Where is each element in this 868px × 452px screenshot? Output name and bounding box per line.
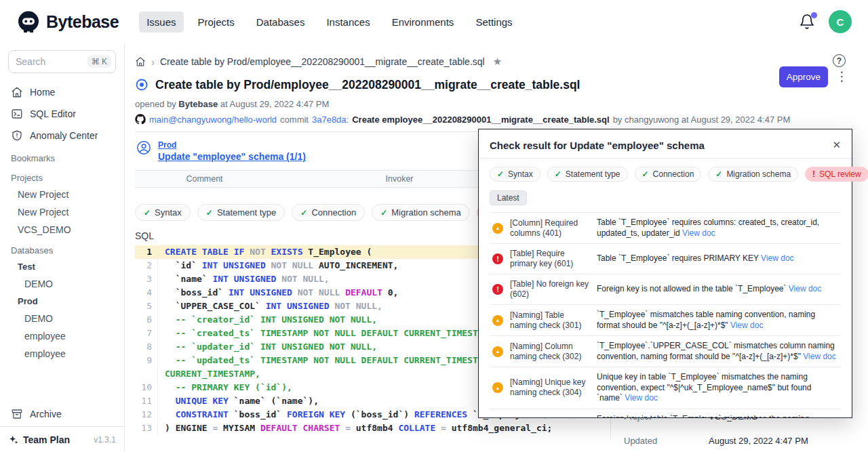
assignee-icon <box>136 140 151 155</box>
check-pill-syntax[interactable]: ✓Syntax <box>490 167 540 182</box>
code-token: = <box>345 423 356 433</box>
code-token: NOT NULL, <box>281 274 329 284</box>
nav-item-environments[interactable]: Environments <box>384 12 462 33</box>
sidebar-item-prod[interactable]: Prod <box>0 293 124 310</box>
home-icon <box>11 86 23 98</box>
view-doc-link[interactable]: View doc <box>730 321 763 330</box>
check-icon: ✓ <box>206 208 213 218</box>
sidebar-item-employee[interactable]: employee <box>0 327 124 345</box>
code-token: 0, <box>388 287 399 297</box>
check-pill-syntax[interactable]: ✓Syntax <box>135 204 191 221</box>
code-token: utf8mb4_general_ci; <box>452 423 553 433</box>
sidebar-section-projects[interactable]: Projects <box>0 166 124 186</box>
vcs-commit-link[interactable]: 3a7e8da: <box>312 115 349 125</box>
kebab-menu-icon[interactable]: ⋮ <box>835 68 848 85</box>
sidebar-item-demo[interactable]: DEMO <box>0 310 124 327</box>
view-doc-link[interactable]: View doc <box>761 253 793 263</box>
sidebar-item-new-project[interactable]: New Project <box>0 203 124 221</box>
check-row: ![Table] No foreign key (602)Foreign key… <box>490 274 841 305</box>
error-icon: ! <box>812 169 815 179</box>
check-pill-connection[interactable]: ✓Connection <box>635 167 702 182</box>
nav-item-instances[interactable]: Instances <box>319 12 377 33</box>
check-pill-statement-type[interactable]: ✓Statement type <box>547 167 628 182</box>
check-pill-sql-review[interactable]: !SQL review <box>805 167 868 182</box>
line-number: 1 <box>135 245 158 259</box>
check-pill-statement-type[interactable]: ✓Statement type <box>197 204 285 221</box>
code-line: 13) ENGINE = MYISAM DEFAULT CHARSET = ut… <box>135 422 604 435</box>
breadcrumb-title[interactable]: Create table by Prod/employee__202208290… <box>160 56 485 67</box>
sidebar-item-demo[interactable]: DEMO <box>0 275 124 293</box>
modal-divider <box>479 158 852 159</box>
check-pill-migration-schema[interactable]: ✓Migration schema <box>372 204 470 221</box>
check-detail-text: Foreign key in table `T_Employee` mismat… <box>597 414 838 418</box>
close-icon[interactable]: ✕ <box>832 139 841 151</box>
check-icon: ✓ <box>380 208 387 218</box>
sidebar-item-sql-editor[interactable]: SQL Editor <box>0 103 124 125</box>
check-pill-migration-schema[interactable]: ✓Migration schema <box>708 167 798 182</box>
left-sidebar: ⌘ K HomeSQL EditorAnomaly Center Bookmar… <box>0 43 125 452</box>
vcs-commit-word: commit <box>280 115 309 125</box>
check-rule-name: [Column] Required columns (401) <box>510 218 590 239</box>
code-token: ) ENGINE <box>165 423 212 433</box>
check-pill-connection[interactable]: ✓Connection <box>292 204 365 221</box>
nav-item-databases[interactable]: Databases <box>249 12 313 33</box>
sidebar-item-anomaly-center[interactable]: Anomaly Center <box>0 125 124 146</box>
code-token: `id` <box>165 260 202 270</box>
sidebar-item-test[interactable]: Test <box>0 258 124 275</box>
sidebar-item-vcs-demo[interactable]: VCS_DEMO <box>0 221 124 239</box>
bytebase-logo-icon[interactable] <box>16 9 41 34</box>
view-doc-link[interactable]: View doc <box>625 393 657 403</box>
check-row: ▲[Column] Required columns (401)Table `T… <box>490 213 841 244</box>
code-token: = <box>441 423 452 433</box>
code-token: NOT NULL <box>271 260 319 270</box>
plan-label[interactable]: Team Plan <box>23 434 70 445</box>
search-input[interactable] <box>16 56 87 67</box>
nav-item-settings[interactable]: Settings <box>468 12 519 33</box>
stage-links: Prod Update "employee" schema (1/1) <box>158 140 306 162</box>
nav-item-projects[interactable]: Projects <box>191 12 242 33</box>
star-icon[interactable]: ★ <box>493 56 502 68</box>
check-detail-text: Table `T_Employee` requires columns: cre… <box>597 218 838 239</box>
version-label: v1.3.1 <box>94 435 116 445</box>
view-doc-link[interactable]: View doc <box>789 284 821 293</box>
sidebar-sections: BookmarksProjectsNew ProjectNew ProjectV… <box>0 146 124 363</box>
stage-env-link[interactable]: Prod <box>158 140 306 150</box>
approve-button[interactable]: Approve <box>779 66 828 87</box>
stage-task-link[interactable]: Update "employee" schema (1/1) <box>158 151 306 162</box>
sidebar-item-employee[interactable]: employee <box>0 345 124 363</box>
check-pill-label: Connection <box>653 169 694 179</box>
notifications-bell-icon[interactable] <box>799 14 815 30</box>
vcs-branch-link[interactable]: main@changyuwong/hello-world <box>149 115 277 125</box>
user-avatar[interactable]: C <box>829 10 852 33</box>
warning-icon: ▲ <box>492 346 503 357</box>
check-icon: ✓ <box>497 169 504 179</box>
sidebar-section-databases[interactable]: Databases <box>0 239 124 258</box>
brand-name[interactable]: Bytebase <box>46 12 119 32</box>
check-detail-text: `T_Employee`.`UPPER_CASE_COL` mismatches… <box>597 341 838 362</box>
sidebar-section-bookmarks[interactable]: Bookmarks <box>0 146 124 166</box>
sidebar-item-archive[interactable]: Archive <box>0 402 124 426</box>
chevron-right-icon: › <box>151 56 155 68</box>
anomaly-center-icon <box>11 129 23 142</box>
view-doc-link[interactable]: View doc <box>682 228 715 238</box>
view-doc-link[interactable]: View doc <box>803 352 835 361</box>
home-icon[interactable] <box>135 56 146 67</box>
line-number: 6 <box>135 313 158 327</box>
line-number: 13 <box>135 422 158 435</box>
nav-item-issues[interactable]: Issues <box>139 12 183 33</box>
sidebar-item-label: Home <box>30 87 55 98</box>
modal-title: Check result for Update "employee" schem… <box>490 140 705 151</box>
check-rule-name: [Naming] Table naming check (301) <box>510 310 590 331</box>
check-result-modal: Check result for Update "employee" schem… <box>478 129 852 418</box>
sidebar-item-new-project[interactable]: New Project <box>0 186 124 203</box>
warning-icon: ▲ <box>492 223 503 234</box>
code-token: FOREIGN KEY <box>287 409 351 419</box>
latest-button[interactable]: Latest <box>490 190 527 205</box>
check-pill-label: Syntax <box>508 169 533 179</box>
code-token: `boss_id` <box>234 409 287 419</box>
help-icon[interactable]: ? <box>833 54 846 67</box>
sidebar-item-home[interactable]: Home <box>0 81 124 103</box>
search-box: ⌘ K <box>8 50 116 73</box>
code-token: -- PRIMARY KEY (`id`), <box>165 382 292 392</box>
check-pill-label: Migration schema <box>726 169 791 179</box>
